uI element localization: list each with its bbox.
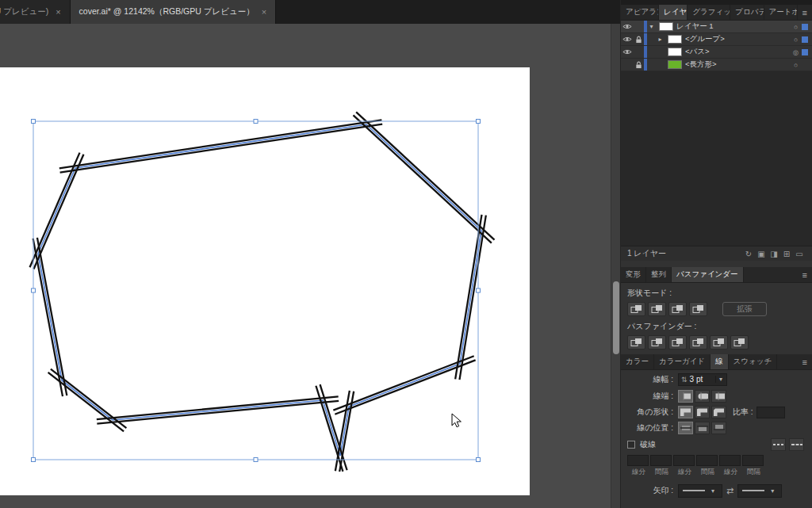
- layer-name[interactable]: <長方形>: [685, 59, 790, 70]
- vertical-scrollbar[interactable]: [611, 24, 620, 508]
- layer-thumbnail[interactable]: [659, 22, 673, 31]
- disclosure-arrow-icon[interactable]: ▾: [647, 23, 656, 30]
- selection-chip[interactable]: [802, 24, 808, 30]
- tab-transform[interactable]: 変形: [621, 267, 646, 282]
- join-miter-button[interactable]: [678, 406, 693, 418]
- chevron-down-icon[interactable]: ▾: [715, 376, 726, 383]
- document-tab-bar: (GPU プレビュー) × cover.ai* @ 12142%（RGB/GPU…: [0, 0, 620, 24]
- layer-thumbnail[interactable]: [668, 60, 682, 69]
- tab-properties[interactable]: プロパティ: [730, 5, 764, 20]
- minus-front-button[interactable]: [648, 302, 666, 316]
- expand-button[interactable]: 拡張: [722, 302, 767, 316]
- selection-chip[interactable]: [802, 49, 808, 55]
- swap-arrowheads-icon[interactable]: ⇄: [726, 486, 733, 496]
- stroke-width-value[interactable]: 3 pt: [690, 375, 715, 384]
- divide-button[interactable]: [627, 335, 645, 349]
- align-center-button[interactable]: [678, 422, 693, 434]
- chevron-down-icon[interactable]: ▾: [767, 487, 778, 495]
- artboard-canvas[interactable]: [0, 24, 620, 508]
- visibility-eye-icon[interactable]: [621, 23, 633, 30]
- panel-menu-icon[interactable]: ≡: [798, 354, 812, 369]
- layer-color-stripe: [644, 33, 647, 45]
- stroke-width-field[interactable]: ⇅ 3 pt ▾: [678, 373, 727, 386]
- dashed-line-checkbox[interactable]: [627, 441, 635, 449]
- tab-color[interactable]: カラー: [621, 354, 654, 369]
- layer-color-stripe: [644, 59, 647, 71]
- gap-input[interactable]: [650, 455, 672, 466]
- new-layer-icon[interactable]: ⊞: [780, 250, 793, 258]
- right-panel-dock: アピアランス レイヤー グラフィックス プロパティ アートボー ≡ ▾ レイヤー…: [620, 0, 812, 508]
- shape-mode-label: 形状モード :: [621, 283, 812, 299]
- align-inside-button[interactable]: [695, 422, 710, 434]
- target-circle-icon[interactable]: ○: [790, 23, 802, 31]
- tab-align[interactable]: 整列: [646, 267, 672, 282]
- trim-button[interactable]: [648, 335, 666, 349]
- lock-icon[interactable]: [633, 61, 644, 69]
- visibility-eye-icon[interactable]: [621, 48, 633, 55]
- intersect-button[interactable]: [668, 302, 687, 316]
- stroke-tab-strip: カラー カラーガイド 線 スウォッチ ≡: [621, 354, 812, 370]
- tab-graphic-styles[interactable]: グラフィックス: [688, 5, 730, 20]
- dash-input[interactable]: [673, 455, 695, 466]
- panel-menu-icon[interactable]: ≡: [798, 267, 812, 282]
- cap-projecting-button[interactable]: [711, 390, 726, 403]
- miter-limit-input[interactable]: [756, 407, 785, 418]
- stepper-icon[interactable]: ⇅: [679, 376, 690, 384]
- delete-layer-icon[interactable]: ▭: [793, 250, 806, 258]
- align-outside-button[interactable]: [711, 422, 726, 434]
- join-round-button[interactable]: [695, 406, 710, 418]
- gap-input[interactable]: [742, 455, 764, 466]
- layer-name[interactable]: <パス>: [685, 47, 790, 57]
- lock-icon[interactable]: [633, 36, 644, 44]
- visibility-eye-icon[interactable]: [621, 36, 633, 43]
- tab-appearance[interactable]: アピアランス: [621, 5, 659, 20]
- arrowhead-end-dropdown[interactable]: ▾: [737, 484, 782, 498]
- layer-row-layer1[interactable]: ▾ レイヤー 1 ○: [621, 21, 812, 33]
- tab-artboards[interactable]: アートボー: [764, 5, 798, 20]
- cap-butt-button[interactable]: [678, 390, 693, 403]
- merge-button[interactable]: [668, 335, 687, 349]
- canvas-area[interactable]: [0, 24, 620, 508]
- layer-name[interactable]: レイヤー 1: [676, 21, 790, 32]
- document-tab-inactive[interactable]: (GPU プレビュー) ×: [0, 0, 71, 24]
- unite-button[interactable]: [627, 302, 645, 316]
- layer-row-group[interactable]: ▸ <グループ> ○: [621, 33, 812, 46]
- dash-input[interactable]: [627, 455, 649, 466]
- target-circle-icon[interactable]: ○: [790, 36, 802, 44]
- collect-icon[interactable]: ↻: [742, 250, 755, 258]
- make-mask-icon[interactable]: ▣: [755, 250, 768, 258]
- cap-round-button[interactable]: [695, 390, 710, 403]
- close-icon[interactable]: ×: [56, 7, 60, 17]
- tab-layers[interactable]: レイヤー: [659, 5, 688, 20]
- gap-input[interactable]: [696, 455, 718, 466]
- panel-menu-icon[interactable]: ≡: [798, 5, 812, 20]
- minus-back-button[interactable]: [730, 335, 749, 349]
- disclosure-arrow-icon[interactable]: ▸: [656, 36, 665, 43]
- new-sublayer-icon[interactable]: ◨: [768, 250, 780, 258]
- dash-preserve-button[interactable]: [771, 438, 786, 451]
- tab-swatches[interactable]: スウォッチ: [729, 354, 778, 369]
- dash-col-label: 線分: [673, 468, 696, 477]
- scrollbar-thumb[interactable]: [613, 281, 619, 354]
- chevron-down-icon[interactable]: ▾: [707, 487, 718, 495]
- layer-thumbnail[interactable]: [668, 48, 682, 56]
- join-bevel-button[interactable]: [711, 406, 726, 418]
- dash-align-button[interactable]: [789, 438, 804, 451]
- close-icon[interactable]: ×: [262, 7, 266, 17]
- crop-button[interactable]: [689, 335, 707, 349]
- selection-chip[interactable]: [802, 36, 808, 43]
- layer-row-rectangle[interactable]: <長方形> ○: [621, 59, 812, 71]
- layer-name[interactable]: <グループ>: [685, 34, 790, 44]
- tab-color-guide[interactable]: カラーガイド: [654, 354, 710, 369]
- dash-input[interactable]: [719, 455, 741, 466]
- tab-pathfinder[interactable]: パスファインダー: [672, 267, 744, 282]
- target-circle-icon[interactable]: ○: [790, 61, 802, 69]
- target-circle-icon[interactable]: ◎: [790, 48, 802, 56]
- document-tab-active[interactable]: cover.ai* @ 12142%（RGB/GPU プレビュー） ×: [71, 0, 277, 24]
- layer-thumbnail[interactable]: [668, 35, 682, 44]
- tab-stroke[interactable]: 線: [710, 354, 729, 369]
- layer-row-path[interactable]: <パス> ◎: [621, 46, 812, 59]
- arrowhead-start-dropdown[interactable]: ▾: [678, 484, 722, 498]
- exclude-button[interactable]: [689, 302, 707, 316]
- outline-button[interactable]: [710, 335, 728, 349]
